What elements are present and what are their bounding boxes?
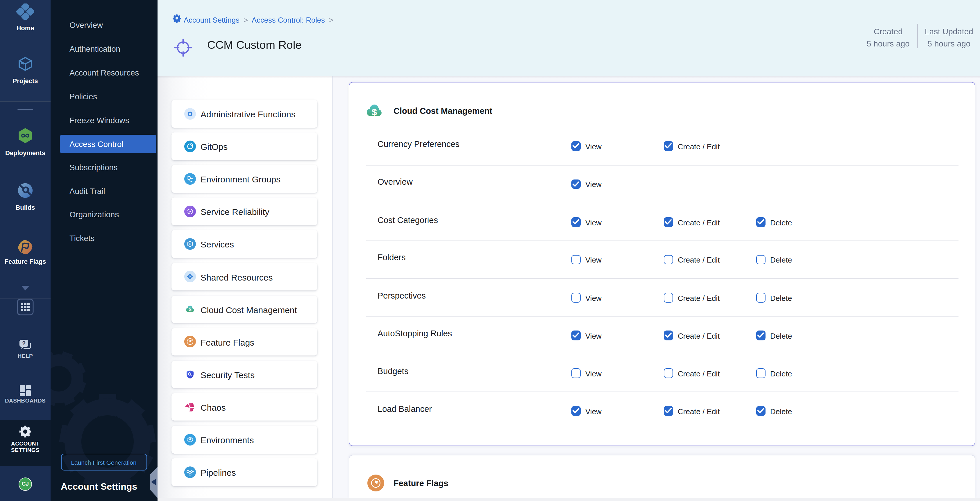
svg-text:$: $ (189, 307, 191, 312)
svg-text:$: $ (371, 106, 377, 117)
svg-text:?: ? (22, 340, 25, 347)
